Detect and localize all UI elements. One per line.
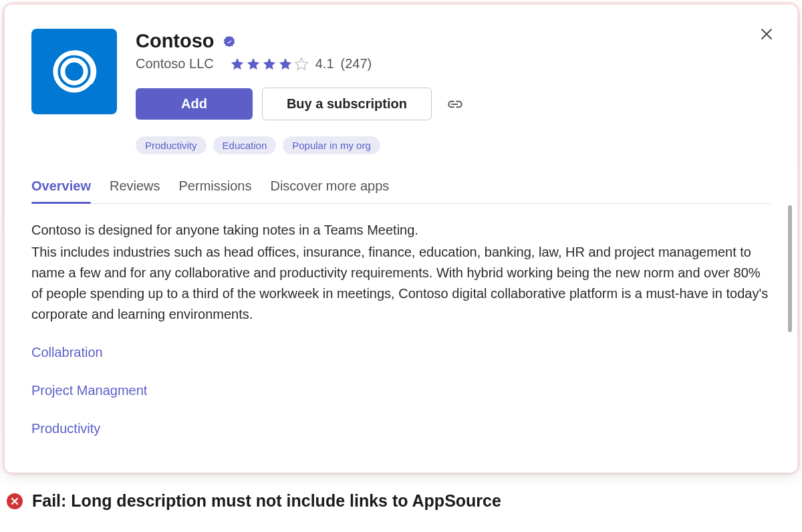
svg-point-1 <box>63 60 86 83</box>
star-rating <box>230 57 309 72</box>
scrollbar-thumb[interactable] <box>788 205 792 332</box>
content-link[interactable]: Productivity <box>31 418 771 439</box>
description-line-2: This includes industries such as head of… <box>31 242 771 325</box>
rating: 4.1 (247) <box>230 56 372 72</box>
star-filled-icon <box>262 57 277 72</box>
star-filled-icon <box>278 57 293 72</box>
tag[interactable]: Education <box>213 136 277 154</box>
star-filled-icon <box>230 57 245 72</box>
content-link[interactable]: Project Managment <box>31 380 771 401</box>
tag[interactable]: Productivity <box>136 136 207 154</box>
example-frame: Contoso Contoso LLC 4.1 (247) <box>2 2 800 475</box>
app-details-dialog: Contoso Contoso LLC 4.1 (247) <box>5 5 797 473</box>
tab-overview[interactable]: Overview <box>31 178 91 203</box>
star-filled-icon <box>246 57 261 72</box>
app-logo <box>31 29 117 114</box>
tabs: OverviewReviewsPermissionsDiscover more … <box>31 178 771 204</box>
add-button[interactable]: Add <box>136 88 253 120</box>
scrollbar[interactable] <box>788 205 792 366</box>
close-icon <box>761 28 773 40</box>
tag[interactable]: Popular in my org <box>283 136 380 154</box>
validation-message: Fail: Long description must not include … <box>7 491 795 511</box>
tab-permissions[interactable]: Permissions <box>179 178 252 203</box>
link-icon <box>446 96 464 113</box>
tab-reviews[interactable]: Reviews <box>110 178 160 203</box>
fail-icon <box>7 493 23 509</box>
app-header-info: Contoso Contoso LLC 4.1 (247) <box>136 29 771 154</box>
rating-value: 4.1 <box>315 56 334 72</box>
tab-discover-more-apps[interactable]: Discover more apps <box>270 178 389 203</box>
content-link[interactable]: Collabration <box>31 342 771 363</box>
validation-text: Fail: Long description must not include … <box>32 491 501 511</box>
close-button[interactable] <box>757 25 776 43</box>
description-line-1: Contoso is designed for anyone taking no… <box>31 220 771 241</box>
buy-subscription-button[interactable]: Buy a subscription <box>262 88 432 120</box>
app-header: Contoso Contoso LLC 4.1 (247) <box>31 29 771 154</box>
verified-badge-icon <box>223 34 237 49</box>
copy-link-button[interactable] <box>446 96 464 113</box>
app-title: Contoso <box>136 30 215 52</box>
overview-content: Contoso is designed for anyone taking no… <box>31 220 771 439</box>
publisher-name: Contoso LLC <box>136 56 214 72</box>
rating-count: (247) <box>341 56 372 72</box>
tags: ProductivityEducationPopular in my org <box>136 136 771 154</box>
star-empty-icon <box>294 57 309 72</box>
